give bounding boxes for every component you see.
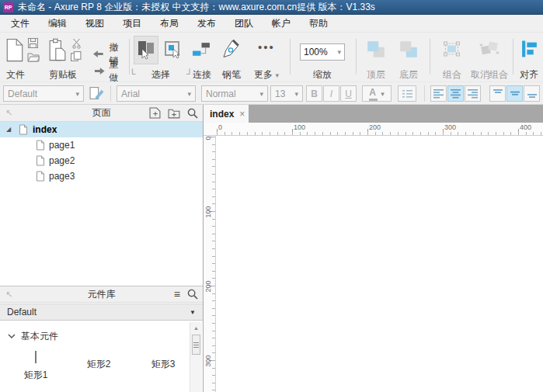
zoom-group: 100% ▾ 缩放 [298,33,346,82]
pen-tool[interactable]: 钢笔 [218,33,245,82]
connect-tool[interactable]: 连接 [189,33,215,82]
align-left-icon [433,88,444,99]
ruler-label: 200 [204,277,212,296]
page-tree-item-page3[interactable]: page3 [0,168,203,184]
align-icon [520,40,538,58]
tab-index[interactable]: index × [204,105,249,123]
search-icon[interactable] [187,289,198,300]
font-family-value: Arial [121,88,140,99]
menu-item-help[interactable]: 帮助 [300,15,337,32]
page-tree-item-page2[interactable]: page2 [0,153,203,168]
bold-button[interactable]: B [306,85,322,102]
valign-top-button[interactable] [489,85,506,102]
group-label: 组合 [435,68,469,82]
font-color-button[interactable]: A ▾ [362,85,392,102]
ruler-label: 100 [204,203,212,221]
scroll-up-icon[interactable]: ▲ [193,325,199,331]
font-size-select[interactable]: 13 ▾ [270,85,303,102]
bring-to-front-button[interactable]: 顶层 [360,33,392,82]
more-tools[interactable]: ••• 更多 ▾ [249,33,284,82]
align-right-button[interactable] [465,85,481,102]
menu-item-layout[interactable]: 布局 [151,15,188,32]
new-file-icon[interactable] [5,38,25,62]
collapse-panel-icon[interactable]: ↖ [5,108,12,118]
menu-item-view[interactable]: 视图 [76,15,113,32]
menu-item-team[interactable]: 团队 [225,15,263,32]
redo-button[interactable]: 重做 [93,58,127,85]
select-contain-icon[interactable] [163,40,183,61]
select-label: 选择 [151,68,170,82]
expand-triangle-icon[interactable]: ◢ [6,127,11,133]
menu-item-file[interactable]: 文件 [2,15,39,32]
copy-icon[interactable] [71,51,82,61]
menu-item-edit[interactable]: 编辑 [39,15,76,32]
collapse-panel-icon[interactable]: ↖ [5,290,12,300]
vertical-ruler: 0 100 200 300 [204,136,216,392]
page-tree-item-index[interactable]: ◢ index [0,122,203,137]
close-icon[interactable]: × [239,109,245,120]
menu-item-project[interactable]: 项目 [113,15,151,32]
send-to-back-button[interactable]: 底层 [393,33,424,82]
ruler-label: 300 [444,123,456,131]
cut-icon[interactable] [71,38,82,49]
chevron-down-icon: ▾ [75,90,79,98]
select-group: └ 选择 ┘ [129,33,194,82]
horizontal-ruler: 0 100 200 300 400 [216,123,543,136]
widget-panel-scrollbar[interactable]: ▲ [190,322,202,392]
widget-section-header[interactable]: 基本元件 [8,330,58,343]
valign-middle-button[interactable] [506,85,523,102]
add-folder-icon[interactable] [168,108,180,119]
style-preset-select[interactable]: Default ▾ [3,85,84,102]
align-center-button[interactable] [447,85,464,102]
select-intersect-icon[interactable] [136,40,156,61]
open-icon[interactable] [27,52,40,62]
underline-button[interactable]: U [340,85,357,102]
widget-item-rect3[interactable]: 矩形3 [137,352,189,371]
connect-label: 连接 [189,68,215,82]
bullet-list-button[interactable] [398,85,416,102]
ungroup-button[interactable]: 取消组合 [469,33,510,82]
page-label: page3 [49,171,75,182]
panel-menu-icon[interactable]: ≡ [174,289,180,300]
add-page-icon[interactable] [149,107,161,119]
edit-style-icon[interactable] [89,86,105,101]
align-left-button[interactable] [430,85,447,102]
paste-icon[interactable] [48,38,67,62]
menu-item-account[interactable]: 帐户 [263,15,300,32]
align-button[interactable]: 对齐 [518,33,543,82]
left-sidebar: ↖ 页面 ◢ index [0,105,204,392]
menu-item-publish[interactable]: 发布 [188,15,225,32]
connect-icon [192,41,211,59]
font-size-value: 13 [275,88,285,99]
scrollbar-thumb[interactable] [192,335,200,355]
zoom-value: 100% [304,47,328,57]
axure-window: RP 未命名 - Axure RP 8 企业版：未授权 中文支持：www.axu… [0,0,543,392]
chevron-down-icon: ▾ [294,90,298,98]
zoom-select[interactable]: 100% ▾ [300,43,345,61]
valign-bottom-button[interactable] [524,85,540,102]
clipboard-group-label: 剪贴板 [49,68,92,82]
file-group[interactable]: 文件 [3,33,47,82]
align-label: 对齐 [520,68,543,82]
clipboard-group[interactable]: 剪贴板 [47,33,92,82]
rectangle1-thumbnail [35,351,37,363]
group-icon [443,40,461,58]
widget-label: 矩形2 [73,358,124,371]
design-canvas[interactable] [216,136,543,392]
widget-item-rect1[interactable]: 矩形1 [10,352,61,382]
widget-library-select[interactable]: Default ▼ [0,304,203,321]
group-button[interactable]: 组合 [435,33,469,82]
page-tree-item-page1[interactable]: page1 [0,137,203,153]
font-family-select[interactable]: Arial ▾ [117,85,196,102]
search-icon[interactable] [187,108,198,119]
ungroup-icon [479,40,499,58]
ruler-label: 200 [369,123,381,131]
widget-item-rect2[interactable]: 矩形2 [73,352,124,371]
page-icon [36,155,45,166]
more-label: 更多 ▾ [249,68,284,82]
save-icon[interactable] [28,38,38,48]
zoom-label: 缩放 [298,68,346,82]
italic-button[interactable]: I [323,85,339,102]
ruler-label: 400 [520,123,531,131]
font-weight-select[interactable]: Normal ▾ [201,85,268,102]
